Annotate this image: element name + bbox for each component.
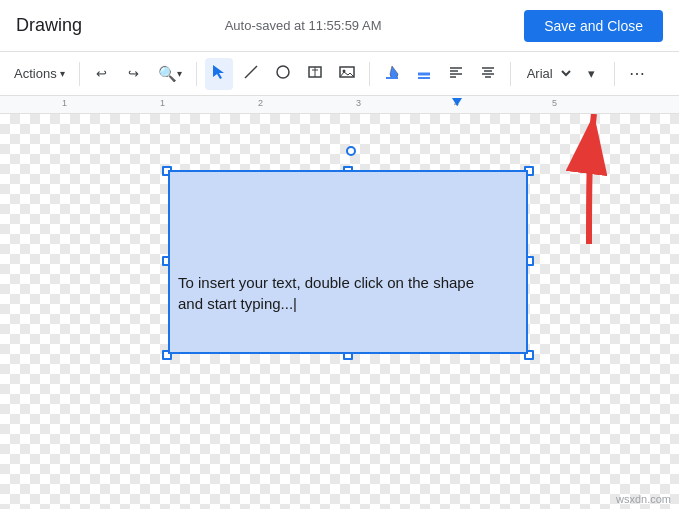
ruler-marks: 1 1 2 3 4 5 [0,96,679,113]
zoom-dropdown-arrow: ▾ [177,68,182,79]
drawing-toolbar: Actions ▾ ↩ ↪ 🔍 ▾ [0,52,679,96]
svg-rect-10 [418,77,430,79]
border-color-button[interactable] [410,58,438,90]
zoom-button[interactable]: 🔍 ▾ [152,58,188,90]
line-icon [243,64,259,83]
actions-label: Actions [14,66,57,81]
line-tool-button[interactable] [237,58,265,90]
shape-container[interactable]: To insert your text, double click on the… [168,154,528,354]
shape-icon [275,64,291,83]
actions-dropdown-arrow: ▾ [60,68,65,79]
font-size-button[interactable]: ▾ [578,58,606,90]
ruler: 1 1 2 3 4 5 [0,96,679,114]
app-header: Drawing Auto-saved at 11:55:59 AM Save a… [0,0,679,52]
image-icon [339,64,355,83]
fill-color-button[interactable] [378,58,406,90]
toolbar-divider-1 [79,62,80,86]
align-left-button[interactable] [442,58,470,90]
drawing-canvas[interactable]: To insert your text, double click on the… [0,114,679,509]
svg-line-1 [245,66,257,78]
ruler-indicator [452,98,462,106]
textbox-icon [307,64,323,83]
shape-text-line2: and start typing...| [178,295,297,312]
font-family-select[interactable]: Arial [519,63,574,84]
align-left-icon [448,64,464,83]
drawing-shape[interactable]: To insert your text, double click on the… [168,170,528,354]
font-size-dropdown-arrow: ▾ [588,66,595,81]
image-tool-button[interactable] [333,58,361,90]
svg-rect-8 [386,77,398,79]
toolbar-divider-5 [614,62,615,86]
svg-point-2 [277,66,289,78]
actions-menu-button[interactable]: Actions ▾ [8,58,71,90]
fill-icon [384,64,400,83]
ruler-label-6: 5 [552,98,557,108]
more-options-icon: ⋯ [629,64,646,83]
autosave-status: Auto-saved at 11:55:59 AM [225,18,382,33]
textbox-tool-button[interactable] [301,58,329,90]
ruler-label-4: 3 [356,98,361,108]
rotation-handle[interactable] [346,146,356,156]
ruler-label-1: 1 [62,98,67,108]
ruler-label-3: 2 [258,98,263,108]
save-and-close-button[interactable]: Save and Close [524,10,663,42]
shape-tool-button[interactable] [269,58,297,90]
select-icon [211,64,227,83]
more-options-button[interactable]: ⋯ [623,58,652,90]
border-icon [416,64,432,83]
ruler-label-2: 1 [160,98,165,108]
svg-marker-0 [213,65,224,79]
select-tool-button[interactable] [205,58,233,90]
toolbar-divider-2 [196,62,197,86]
header-left: Drawing [16,15,82,36]
redo-icon: ↪ [128,66,139,81]
undo-button[interactable]: ↩ [88,58,116,90]
app-title: Drawing [16,15,82,36]
toolbar-divider-3 [369,62,370,86]
zoom-icon: 🔍 [158,65,177,83]
shape-placeholder-text: To insert your text, double click on the… [178,272,518,314]
align-center-button[interactable] [474,58,502,90]
align-center-icon [480,64,496,83]
undo-icon: ↩ [96,66,107,81]
toolbar-divider-4 [510,62,511,86]
watermark: wsxdn.com [616,493,671,505]
redo-button[interactable]: ↪ [120,58,148,90]
shape-text-line1: To insert your text, double click on the… [178,274,474,291]
